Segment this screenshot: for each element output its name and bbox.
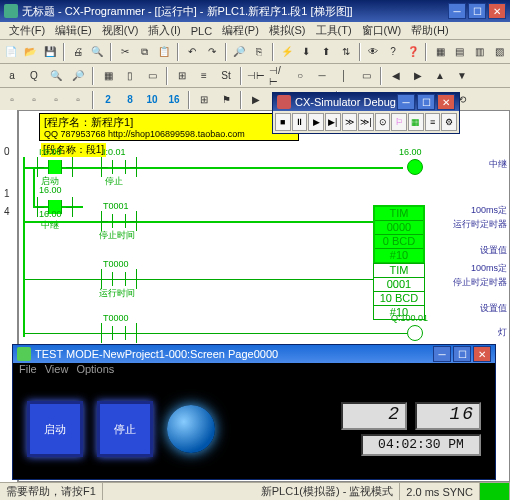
hline-icon[interactable]: ─ <box>312 66 332 86</box>
find-icon[interactable]: 🔎 <box>231 42 249 62</box>
force-icon[interactable]: ⚑ <box>216 90 236 110</box>
debug-pause-icon[interactable]: ⏸ <box>292 113 308 131</box>
undo-icon[interactable]: ↶ <box>183 42 201 62</box>
nav-right-icon[interactable]: ▶ <box>408 66 428 86</box>
view-1-icon[interactable]: ▫ <box>2 90 22 110</box>
contact-start[interactable] <box>37 157 73 177</box>
debug-window[interactable]: CX-Simulator Debug Co... ─ ☐ ✕ ■ ⏸ ▶ ▶| … <box>272 92 460 134</box>
contact-t0001[interactable] <box>101 211 137 231</box>
debug-ffend-icon[interactable]: ≫| <box>358 113 374 131</box>
transfer-down-icon[interactable]: ⬇ <box>298 42 316 62</box>
menu-view[interactable]: 视图(V) <box>99 23 142 38</box>
timer-0[interactable]: TIM 0000 0 BCD #10 <box>373 205 425 264</box>
tool-d-icon[interactable]: ▧ <box>490 42 508 62</box>
fmt-8-icon[interactable]: 8 <box>120 90 140 110</box>
hmi-minimize-button[interactable]: ─ <box>433 346 451 362</box>
new-icon[interactable]: 📄 <box>2 42 20 62</box>
debug-play-icon[interactable]: ▶ <box>308 113 324 131</box>
mode-a-icon[interactable]: a <box>2 66 22 86</box>
contact-t0000b[interactable] <box>101 323 137 343</box>
instr-icon[interactable]: ▭ <box>356 66 376 86</box>
goto-icon[interactable]: ⎘ <box>250 42 268 62</box>
debug-minimize-button[interactable]: ─ <box>397 94 415 110</box>
menu-plc[interactable]: PLC <box>188 25 215 37</box>
hmi-menu-file[interactable]: File <box>19 363 37 379</box>
menu-edit[interactable]: 编辑(E) <box>52 23 95 38</box>
mnemonic-icon[interactable]: ≡ <box>194 66 214 86</box>
zoom-in-icon[interactable]: 🔍 <box>46 66 66 86</box>
tool-a-icon[interactable]: ▦ <box>431 42 449 62</box>
statement-icon[interactable]: St <box>216 66 236 86</box>
debug-watch-icon[interactable]: ⚐ <box>391 113 407 131</box>
timer-1[interactable]: TIM 0001 10 BCD #10 <box>373 263 425 320</box>
grid-icon[interactable]: ▦ <box>98 66 118 86</box>
fmt-2-icon[interactable]: 2 <box>98 90 118 110</box>
help-icon[interactable]: ? <box>384 42 402 62</box>
coil-lamp[interactable] <box>407 325 423 341</box>
tool-b-icon[interactable]: ▤ <box>451 42 469 62</box>
sidebar-icon[interactable]: ▯ <box>120 66 140 86</box>
contact-t0000[interactable] <box>101 269 137 289</box>
hmi-menu-view[interactable]: View <box>45 363 69 379</box>
coil-icon[interactable]: ○ <box>290 66 310 86</box>
menu-file[interactable]: 文件(F) <box>6 23 48 38</box>
print-icon[interactable]: 🖨 <box>69 42 87 62</box>
mode-q-icon[interactable]: Q <box>24 66 44 86</box>
menu-help[interactable]: 帮助(H) <box>408 23 451 38</box>
debug-close-button[interactable]: ✕ <box>437 94 455 110</box>
paste-icon[interactable]: 📋 <box>156 42 174 62</box>
open-icon[interactable]: 📂 <box>22 42 40 62</box>
maximize-button[interactable]: ☐ <box>468 3 486 19</box>
nav-down-icon[interactable]: ▼ <box>452 66 472 86</box>
debug-ff-icon[interactable]: ≫ <box>342 113 358 131</box>
menu-window[interactable]: 窗口(W) <box>359 23 405 38</box>
debug-break-icon[interactable]: ⊙ <box>375 113 391 131</box>
debug-step-icon[interactable]: ▶| <box>325 113 341 131</box>
hmi-start-button[interactable]: 启动 <box>27 401 83 457</box>
preview-icon[interactable]: 🔍 <box>89 42 107 62</box>
save-icon[interactable]: 💾 <box>41 42 59 62</box>
output-icon[interactable]: ▭ <box>142 66 162 86</box>
transfer-up-icon[interactable]: ⬆ <box>317 42 335 62</box>
ladder-icon[interactable]: ⊞ <box>172 66 192 86</box>
debug-stop-icon[interactable]: ■ <box>275 113 291 131</box>
monitor-icon[interactable]: 👁 <box>365 42 383 62</box>
fmt-16-icon[interactable]: 16 <box>164 90 184 110</box>
hmi-maximize-button[interactable]: ☐ <box>453 346 471 362</box>
hmi-window[interactable]: TEST MODE-NewProject1-000:Screen Page000… <box>12 344 496 480</box>
nav-left-icon[interactable]: ◀ <box>386 66 406 86</box>
hmi-close-button[interactable]: ✕ <box>473 346 491 362</box>
contact-no-icon[interactable]: ⊣⊢ <box>246 66 266 86</box>
menu-insert[interactable]: 插入(I) <box>145 23 183 38</box>
contact-stop[interactable] <box>101 157 137 177</box>
debug-io-icon[interactable]: ▦ <box>408 113 424 131</box>
debug-cfg-icon[interactable]: ⚙ <box>441 113 457 131</box>
menu-simulate[interactable]: 模拟(S) <box>266 23 309 38</box>
redo-icon[interactable]: ↷ <box>203 42 221 62</box>
cut-icon[interactable]: ✂ <box>116 42 134 62</box>
menu-program[interactable]: 编程(P) <box>219 23 262 38</box>
online-icon[interactable]: ⚡ <box>278 42 296 62</box>
close-button[interactable]: ✕ <box>488 3 506 19</box>
contact-nc-icon[interactable]: ⊣/⊢ <box>268 66 288 86</box>
view-4-icon[interactable]: ▫ <box>68 90 88 110</box>
run-icon[interactable]: ▶ <box>246 90 266 110</box>
nav-up-icon[interactable]: ▲ <box>430 66 450 86</box>
view-2-icon[interactable]: ▫ <box>24 90 44 110</box>
zoom-out-icon[interactable]: 🔎 <box>68 66 88 86</box>
copy-icon[interactable]: ⧉ <box>136 42 154 62</box>
hmi-stop-button[interactable]: 停止 <box>97 401 153 457</box>
debug-log-icon[interactable]: ≡ <box>425 113 441 131</box>
tool-c-icon[interactable]: ▥ <box>471 42 489 62</box>
minimize-button[interactable]: ─ <box>448 3 466 19</box>
menu-tools[interactable]: 工具(T) <box>313 23 355 38</box>
hmi-menu-options[interactable]: Options <box>76 363 114 379</box>
watch-icon[interactable]: ⊞ <box>194 90 214 110</box>
fmt-10-icon[interactable]: 10 <box>142 90 162 110</box>
compare-icon[interactable]: ⇅ <box>337 42 355 62</box>
context-help-icon[interactable]: ❓ <box>404 42 422 62</box>
debug-maximize-button[interactable]: ☐ <box>417 94 435 110</box>
coil-relay[interactable] <box>407 159 423 175</box>
vline-icon[interactable]: │ <box>334 66 354 86</box>
view-3-icon[interactable]: ▫ <box>46 90 66 110</box>
